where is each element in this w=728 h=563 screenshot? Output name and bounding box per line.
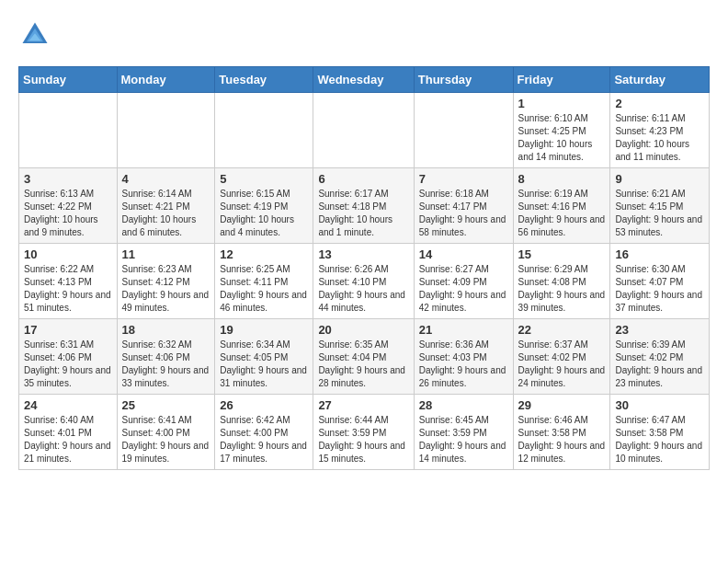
calendar-cell: 20Sunrise: 6:35 AM Sunset: 4:04 PM Dayli…: [313, 319, 414, 395]
calendar-week-row: 24Sunrise: 6:40 AM Sunset: 4:01 PM Dayli…: [19, 395, 710, 470]
day-number: 17: [24, 323, 112, 337]
calendar-cell: 16Sunrise: 6:30 AM Sunset: 4:07 PM Dayli…: [610, 244, 710, 319]
day-info: Sunrise: 6:40 AM Sunset: 4:01 PM Dayligh…: [24, 414, 112, 465]
day-info: Sunrise: 6:32 AM Sunset: 4:06 PM Dayligh…: [122, 339, 210, 390]
day-info: Sunrise: 6:27 AM Sunset: 4:09 PM Dayligh…: [419, 263, 508, 315]
calendar-cell: 26Sunrise: 6:42 AM Sunset: 4:00 PM Dayli…: [215, 395, 313, 470]
day-number: 8: [518, 172, 606, 186]
day-info: Sunrise: 6:37 AM Sunset: 4:02 PM Dayligh…: [518, 339, 606, 390]
day-info: Sunrise: 6:47 AM Sunset: 3:58 PM Dayligh…: [615, 414, 704, 465]
page-header: [18, 18, 710, 52]
day-number: 7: [419, 172, 508, 186]
day-info: Sunrise: 6:42 AM Sunset: 4:00 PM Dayligh…: [220, 414, 308, 465]
day-info: Sunrise: 6:14 AM Sunset: 4:21 PM Dayligh…: [122, 188, 210, 239]
calendar-header-row: SundayMondayTuesdayWednesdayThursdayFrid…: [19, 67, 710, 93]
day-number: 20: [318, 323, 408, 337]
day-number: 13: [318, 247, 408, 261]
day-number: 11: [122, 247, 210, 261]
calendar-cell: 1Sunrise: 6:10 AM Sunset: 4:25 PM Daylig…: [513, 93, 610, 168]
calendar-cell: 3Sunrise: 6:13 AM Sunset: 4:22 PM Daylig…: [19, 168, 118, 244]
calendar-cell: 23Sunrise: 6:39 AM Sunset: 4:02 PM Dayli…: [610, 319, 710, 395]
weekday-header: Saturday: [610, 67, 710, 93]
day-number: 4: [122, 172, 210, 186]
calendar-cell: 28Sunrise: 6:45 AM Sunset: 3:59 PM Dayli…: [414, 395, 513, 470]
day-number: 2: [615, 97, 704, 110]
day-info: Sunrise: 6:45 AM Sunset: 3:59 PM Dayligh…: [419, 414, 508, 465]
day-info: Sunrise: 6:39 AM Sunset: 4:02 PM Dayligh…: [615, 339, 704, 390]
calendar-cell: [19, 93, 118, 168]
logo: [18, 18, 55, 52]
day-number: 3: [24, 172, 112, 186]
day-number: 29: [518, 398, 606, 412]
weekday-header: Sunday: [19, 67, 118, 93]
calendar-cell: 5Sunrise: 6:15 AM Sunset: 4:19 PM Daylig…: [215, 168, 313, 244]
day-info: Sunrise: 6:21 AM Sunset: 4:15 PM Dayligh…: [615, 188, 704, 239]
day-number: 28: [419, 398, 508, 412]
calendar-week-row: 17Sunrise: 6:31 AM Sunset: 4:06 PM Dayli…: [19, 319, 710, 395]
calendar-cell: 22Sunrise: 6:37 AM Sunset: 4:02 PM Dayli…: [513, 319, 610, 395]
weekday-header: Friday: [513, 67, 610, 93]
calendar-cell: 14Sunrise: 6:27 AM Sunset: 4:09 PM Dayli…: [414, 244, 513, 319]
calendar-cell: [215, 93, 313, 168]
day-info: Sunrise: 6:29 AM Sunset: 4:08 PM Dayligh…: [518, 263, 606, 315]
calendar-cell: 8Sunrise: 6:19 AM Sunset: 4:16 PM Daylig…: [513, 168, 610, 244]
calendar-cell: 7Sunrise: 6:18 AM Sunset: 4:17 PM Daylig…: [414, 168, 513, 244]
calendar-cell: 2Sunrise: 6:11 AM Sunset: 4:23 PM Daylig…: [610, 93, 710, 168]
calendar-cell: 27Sunrise: 6:44 AM Sunset: 3:59 PM Dayli…: [313, 395, 414, 470]
calendar-cell: 19Sunrise: 6:34 AM Sunset: 4:05 PM Dayli…: [215, 319, 313, 395]
day-info: Sunrise: 6:15 AM Sunset: 4:19 PM Dayligh…: [220, 188, 308, 239]
calendar-cell: 9Sunrise: 6:21 AM Sunset: 4:15 PM Daylig…: [610, 168, 710, 244]
day-info: Sunrise: 6:30 AM Sunset: 4:07 PM Dayligh…: [615, 263, 704, 315]
day-number: 5: [220, 172, 308, 186]
calendar-week-row: 10Sunrise: 6:22 AM Sunset: 4:13 PM Dayli…: [19, 244, 710, 319]
weekday-header: Wednesday: [313, 67, 414, 93]
day-number: 16: [615, 247, 704, 261]
day-info: Sunrise: 6:41 AM Sunset: 4:00 PM Dayligh…: [122, 414, 210, 465]
day-number: 27: [318, 398, 408, 412]
day-number: 23: [615, 323, 704, 337]
calendar-cell: 18Sunrise: 6:32 AM Sunset: 4:06 PM Dayli…: [117, 319, 215, 395]
calendar-cell: 21Sunrise: 6:36 AM Sunset: 4:03 PM Dayli…: [414, 319, 513, 395]
day-info: Sunrise: 6:10 AM Sunset: 4:25 PM Dayligh…: [518, 112, 606, 164]
calendar-cell: 24Sunrise: 6:40 AM Sunset: 4:01 PM Dayli…: [19, 395, 118, 470]
day-number: 22: [518, 323, 606, 337]
day-number: 14: [419, 247, 508, 261]
calendar-cell: 25Sunrise: 6:41 AM Sunset: 4:00 PM Dayli…: [117, 395, 215, 470]
day-info: Sunrise: 6:19 AM Sunset: 4:16 PM Dayligh…: [518, 188, 606, 239]
day-number: 21: [419, 323, 508, 337]
calendar-cell: 29Sunrise: 6:46 AM Sunset: 3:58 PM Dayli…: [513, 395, 610, 470]
day-info: Sunrise: 6:35 AM Sunset: 4:04 PM Dayligh…: [318, 339, 408, 390]
day-number: 12: [220, 247, 308, 261]
calendar-cell: 4Sunrise: 6:14 AM Sunset: 4:21 PM Daylig…: [117, 168, 215, 244]
weekday-header: Tuesday: [215, 67, 313, 93]
calendar-cell: 30Sunrise: 6:47 AM Sunset: 3:58 PM Dayli…: [610, 395, 710, 470]
day-number: 18: [122, 323, 210, 337]
calendar-cell: 6Sunrise: 6:17 AM Sunset: 4:18 PM Daylig…: [313, 168, 414, 244]
logo-icon: [18, 18, 51, 52]
day-info: Sunrise: 6:44 AM Sunset: 3:59 PM Dayligh…: [318, 414, 408, 465]
weekday-header: Monday: [117, 67, 215, 93]
day-info: Sunrise: 6:31 AM Sunset: 4:06 PM Dayligh…: [24, 339, 112, 390]
day-info: Sunrise: 6:11 AM Sunset: 4:23 PM Dayligh…: [615, 112, 704, 164]
calendar-cell: 12Sunrise: 6:25 AM Sunset: 4:11 PM Dayli…: [215, 244, 313, 319]
day-info: Sunrise: 6:26 AM Sunset: 4:10 PM Dayligh…: [318, 263, 408, 315]
day-info: Sunrise: 6:18 AM Sunset: 4:17 PM Dayligh…: [419, 188, 508, 239]
day-info: Sunrise: 6:36 AM Sunset: 4:03 PM Dayligh…: [419, 339, 508, 390]
calendar-cell: [117, 93, 215, 168]
calendar-cell: 17Sunrise: 6:31 AM Sunset: 4:06 PM Dayli…: [19, 319, 118, 395]
day-info: Sunrise: 6:22 AM Sunset: 4:13 PM Dayligh…: [24, 263, 112, 315]
day-number: 30: [615, 398, 704, 412]
day-number: 19: [220, 323, 308, 337]
day-number: 25: [122, 398, 210, 412]
calendar-week-row: 3Sunrise: 6:13 AM Sunset: 4:22 PM Daylig…: [19, 168, 710, 244]
day-info: Sunrise: 6:17 AM Sunset: 4:18 PM Dayligh…: [318, 188, 408, 239]
day-number: 9: [615, 172, 704, 186]
calendar-cell: [414, 93, 513, 168]
day-info: Sunrise: 6:34 AM Sunset: 4:05 PM Dayligh…: [220, 339, 308, 390]
day-number: 26: [220, 398, 308, 412]
day-info: Sunrise: 6:23 AM Sunset: 4:12 PM Dayligh…: [122, 263, 210, 315]
day-info: Sunrise: 6:13 AM Sunset: 4:22 PM Dayligh…: [24, 188, 112, 239]
day-info: Sunrise: 6:25 AM Sunset: 4:11 PM Dayligh…: [220, 263, 308, 315]
day-number: 6: [318, 172, 408, 186]
calendar-cell: 13Sunrise: 6:26 AM Sunset: 4:10 PM Dayli…: [313, 244, 414, 319]
